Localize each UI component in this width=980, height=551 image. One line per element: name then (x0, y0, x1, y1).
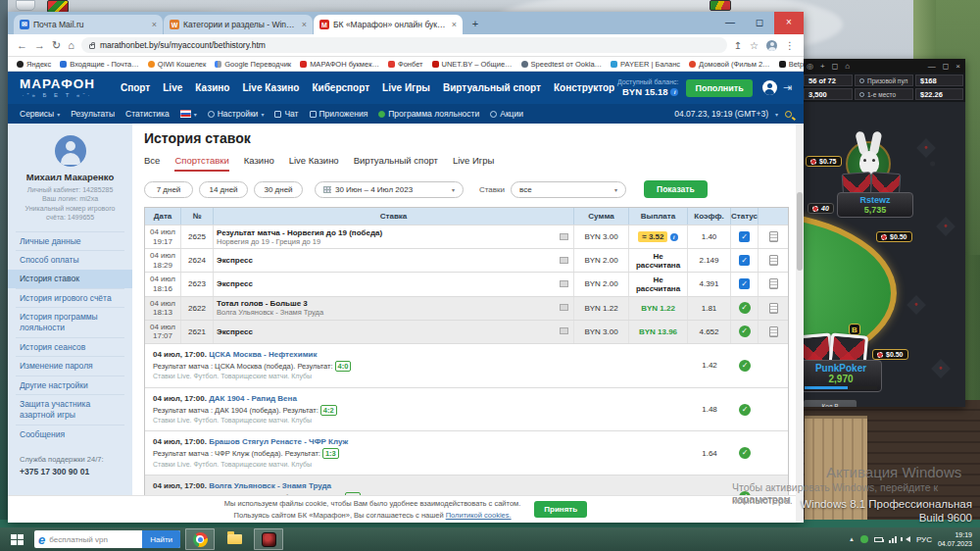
tray-expand-icon[interactable]: ▲ (849, 536, 855, 542)
bookmark-item[interactable]: Google Переводчик (215, 60, 291, 69)
table-row[interactable]: 04 июл18:16 2623 Экспресс BYN 2.00 Не ра… (145, 273, 788, 296)
sidebar-item-other-settings[interactable]: Другие настройки (16, 376, 124, 395)
bets-filter-select[interactable]: все▾ (511, 181, 626, 198)
tab-sportbets[interactable]: Спортставки (174, 155, 228, 172)
status-active-checkbox[interactable]: ✓ (739, 255, 750, 266)
poker-menu-icon[interactable]: ◎ (807, 62, 813, 71)
nav-live-games[interactable]: Live Игры (382, 82, 430, 93)
match-link[interactable]: ЦСКА Москва - Нефтехимик (209, 350, 317, 359)
bookmark-item[interactable]: Betplay.io | Lightnin… (779, 60, 804, 69)
network-icon[interactable] (889, 536, 897, 543)
receipt-icon[interactable] (769, 326, 778, 337)
search-icon[interactable] (785, 111, 792, 118)
sidebar-item-sessions[interactable]: История сеансов (16, 337, 124, 357)
clock[interactable]: 19:19 04.07.2023 (938, 530, 976, 548)
express-detail-row[interactable]: 04 июл, 17:00. ЦСКА Москва - Нефтехимик … (145, 344, 788, 388)
power-icon[interactable] (874, 537, 883, 542)
receipt-icon[interactable] (769, 231, 778, 242)
close-button[interactable]: × (774, 12, 804, 34)
address-bar[interactable]: marathonbet.by/su/myaccount/bethistory.h… (81, 37, 727, 53)
tab-close-icon[interactable]: × (302, 20, 307, 29)
table-row[interactable]: 04 июл18:29 2624 Экспресс BYN 2.00 Не ра… (145, 249, 788, 273)
sidebar-item-bet-history[interactable]: История ставок (8, 270, 132, 288)
subnav-statistics[interactable]: Статистика (125, 109, 170, 119)
volume-icon[interactable] (903, 536, 910, 542)
bookmark-item[interactable]: Speedtest от Ookla… (521, 60, 602, 69)
share-icon[interactable]: ↥ (734, 40, 742, 51)
table-row[interactable]: 04 июл17:07 2621 Экспресс BYN 3.00 BYN 1… (145, 321, 788, 344)
tab-close-icon[interactable]: × (152, 20, 157, 29)
sidebar-item-protection[interactable]: Защита участника азартной игры (16, 394, 124, 424)
daterange-picker[interactable]: 30 Июн – 4 Июл 2023▾ (315, 181, 464, 198)
table-row[interactable]: 04 июл19:17 2625 Результат матча - Норве… (145, 225, 788, 249)
bookmark-item[interactable]: QIWI Кошелек (148, 60, 206, 69)
bookmark-star-icon[interactable]: ☆ (750, 40, 759, 51)
support-phone[interactable]: +375 17 300 90 01 (16, 467, 124, 476)
taskbar-search[interactable]: e бесплатный vpn Найти (34, 530, 180, 548)
bookmark-item[interactable]: Яндекс (17, 60, 51, 69)
cookie-accept-button[interactable]: Принять (534, 501, 587, 518)
topup-button[interactable]: Пополнить (686, 79, 752, 97)
maximize-button[interactable]: ◻ (745, 12, 774, 34)
sidebar-item-password[interactable]: Изменение пароля (16, 356, 124, 376)
match-link[interactable]: Волга Ульяновск - Знамя Труда (209, 481, 331, 490)
tab-casino[interactable]: Казино (244, 155, 274, 166)
back-icon[interactable]: ← (17, 40, 27, 51)
bookmark-item[interactable]: UNET.BY – Общие… (432, 60, 513, 69)
poker-titlebar[interactable]: ◎ + ◻ ⌂ — ◻ × (802, 59, 965, 73)
show-button[interactable]: Показать (644, 180, 708, 198)
nav-casino[interactable]: Казино (195, 82, 229, 93)
reload-icon[interactable]: ↻ (52, 40, 61, 51)
minimize-button[interactable]: — (715, 12, 745, 34)
page-scrollbar[interactable] (796, 124, 804, 523)
receipt-icon[interactable] (769, 303, 778, 314)
taskbar-chrome[interactable] (185, 528, 215, 550)
period-30-button[interactable]: 30 дней (254, 181, 303, 198)
tab-mail[interactable]: ✉ Почта Mail.ru× (14, 15, 163, 34)
nav-sport[interactable]: Спорт (121, 82, 150, 93)
stats-icon[interactable] (560, 280, 568, 287)
user-icon[interactable] (762, 80, 777, 95)
subnav-promos[interactable]: Акции (490, 109, 523, 119)
subnav-results[interactable]: Результаты (71, 109, 115, 119)
poker-minimize-button[interactable]: — (928, 62, 936, 71)
bookmark-item[interactable]: Фонбет (388, 60, 423, 69)
stats-icon[interactable] (560, 327, 568, 334)
express-detail-row[interactable]: 04 июл, 17:00. ДАК 1904 - Рапид Вена Рез… (145, 388, 788, 432)
sidebar-item-account-history[interactable]: История игрового счёта (16, 288, 124, 308)
stats-icon[interactable] (560, 257, 568, 264)
subnav-services[interactable]: Сервисы▾ (20, 109, 60, 119)
subnav-chat[interactable]: Чат (274, 109, 298, 119)
taskbar-search-input[interactable]: бесплатный vpn (49, 535, 142, 544)
home-icon[interactable]: ⌂ (68, 40, 74, 51)
subnav-apps[interactable]: Приложения (310, 109, 368, 119)
poker-close-button[interactable]: × (956, 62, 960, 71)
poker-client-window[interactable]: ◎ + ◻ ⌂ — ◻ × 56 of 72 Призовой пул $168… (802, 59, 965, 407)
info-icon[interactable]: i (670, 233, 678, 241)
period-14-button[interactable]: 14 дней (199, 181, 248, 198)
period-7-button[interactable]: 7 дней (144, 181, 193, 198)
datetime-text[interactable]: 04.07.23, 19:19 (GMT+3) (674, 109, 768, 119)
forward-icon[interactable]: → (34, 40, 45, 51)
call-any-button[interactable]: Кол ВЛюбом Случае (803, 399, 858, 407)
sidebar-item-messages[interactable]: Сообщения (16, 425, 124, 444)
match-link[interactable]: ДАК 1904 - Рапид Вена (209, 394, 297, 403)
poker-maximize-button[interactable]: ◻ (943, 62, 950, 71)
find-button[interactable]: Найти (142, 530, 180, 548)
new-tab-button[interactable]: + (467, 17, 483, 32)
status-active-checkbox[interactable]: ✓ (739, 278, 750, 289)
bookmark-item[interactable]: PAYEER | Баланс (611, 60, 680, 69)
tab-marathon[interactable]: M БК «Марафон» онлайн букмек× (314, 15, 463, 34)
taskbar-poker-app[interactable] (254, 528, 283, 550)
tray-status-icon[interactable] (860, 535, 868, 543)
tab-virtual-sport[interactable]: Виртуальный спорт (354, 155, 438, 166)
express-detail-row[interactable]: 04 июл, 17:00. Брашов Стягул Ренасте - Ч… (145, 431, 788, 476)
scrollbar-thumb[interactable] (797, 192, 803, 271)
poker-layout-icon[interactable]: ◻ (832, 62, 839, 71)
stats-icon[interactable] (560, 304, 568, 311)
stats-icon[interactable] (560, 233, 568, 240)
bookmark-item[interactable]: Домовой (Фильм 2… (689, 60, 770, 69)
desktop-icon-cup[interactable] (16, 0, 35, 11)
nav-cybersport[interactable]: Киберспорт (312, 82, 369, 93)
tab-wingame[interactable]: W Категории и разделы - WinGam× (164, 15, 313, 34)
